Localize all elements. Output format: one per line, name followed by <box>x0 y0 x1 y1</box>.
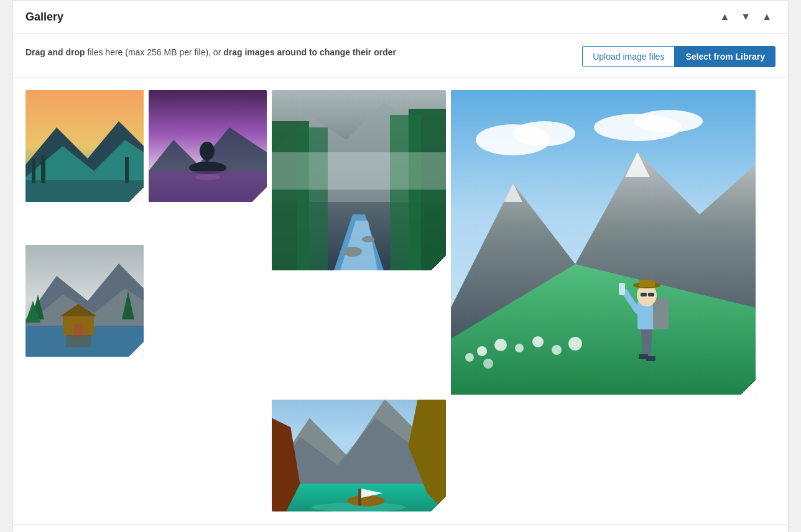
panel-footer: Disable Helper Grid Bulk Edit <box>13 524 788 532</box>
svg-point-36 <box>515 344 524 352</box>
svg-rect-52 <box>639 280 655 287</box>
gallery-image-2[interactable] <box>149 90 267 202</box>
gallery-image-5[interactable] <box>25 245 144 357</box>
gallery-panel: Gallery ▲ ▼ ▲ Drag and drop files here (… <box>12 0 789 532</box>
toolbar-buttons: Upload image files Select from Library <box>582 46 776 67</box>
panel-title: Gallery <box>25 11 63 24</box>
svg-rect-47 <box>653 298 669 329</box>
svg-point-13 <box>195 174 220 180</box>
panel-header: Gallery ▲ ▼ ▲ <box>13 1 788 34</box>
gallery-image-3[interactable] <box>272 90 446 270</box>
svg-rect-49 <box>619 283 625 295</box>
svg-point-41 <box>483 359 493 369</box>
svg-rect-73 <box>358 488 361 505</box>
gallery-image-6[interactable] <box>272 400 446 511</box>
svg-rect-54 <box>648 293 654 296</box>
svg-point-27 <box>513 121 575 146</box>
toggle-panel-button[interactable]: ▲ <box>758 9 776 24</box>
svg-rect-3 <box>32 158 35 183</box>
svg-rect-45 <box>646 356 655 361</box>
svg-rect-19 <box>390 115 421 270</box>
svg-rect-53 <box>641 293 647 296</box>
header-controls: ▲ ▼ ▲ <box>716 9 776 24</box>
collapse-down-button[interactable]: ▼ <box>737 9 754 24</box>
gallery-grid <box>25 90 776 511</box>
gallery-area <box>13 78 788 524</box>
svg-point-37 <box>532 336 544 347</box>
svg-point-22 <box>343 247 362 257</box>
svg-rect-5 <box>125 157 129 183</box>
svg-rect-6 <box>25 180 144 202</box>
gallery-image-4[interactable] <box>451 90 756 395</box>
svg-rect-4 <box>41 155 45 183</box>
toolbar: Drag and drop files here (max 256 MB per… <box>13 34 788 78</box>
toolbar-description: Drag and drop files here (max 256 MB per… <box>25 46 396 59</box>
svg-point-40 <box>465 353 474 362</box>
gallery-image-1[interactable] <box>25 90 144 202</box>
svg-point-11 <box>200 142 215 160</box>
svg-point-23 <box>362 236 374 242</box>
svg-point-39 <box>568 337 582 351</box>
svg-point-29 <box>634 110 703 132</box>
select-from-library-button[interactable]: Select from Library <box>675 46 776 67</box>
svg-rect-62 <box>66 335 91 347</box>
svg-point-35 <box>494 339 507 351</box>
upload-image-files-button[interactable]: Upload image files <box>582 46 675 67</box>
svg-rect-18 <box>297 127 328 270</box>
svg-point-38 <box>552 345 562 355</box>
svg-rect-24 <box>272 152 446 190</box>
collapse-up-button[interactable]: ▲ <box>716 9 733 24</box>
svg-point-34 <box>477 346 487 356</box>
